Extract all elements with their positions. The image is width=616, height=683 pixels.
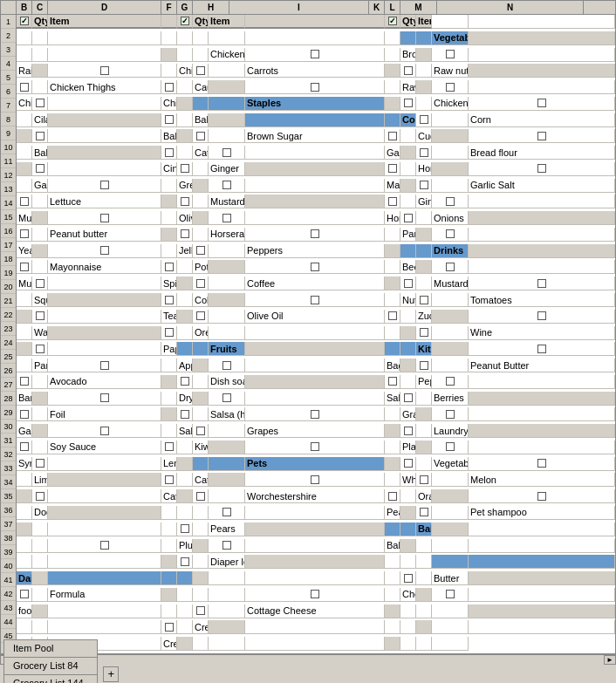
cb-l-r13[interactable]: [416, 179, 432, 193]
cb-l-r24[interactable]: [32, 342, 48, 356]
cb-g-r37[interactable]: [416, 506, 432, 520]
cb-l-r35[interactable]: [193, 489, 209, 503]
qty-c-r35[interactable]: [432, 473, 469, 487]
cb-b-r34[interactable]: [469, 457, 615, 471]
cb-b-r8[interactable]: [469, 97, 615, 111]
cb-g-r34[interactable]: [161, 473, 177, 487]
qty-c-r19[interactable]: [177, 260, 193, 274]
qty-h-r14[interactable]: [193, 195, 209, 208]
qty-m-r4[interactable]: [161, 64, 177, 78]
cb-l-r11[interactable]: [32, 162, 48, 176]
cb-l-r27[interactable]: [385, 375, 400, 389]
cb-g-r31[interactable]: [400, 424, 416, 438]
qty-c-r39[interactable]: [161, 539, 177, 553]
qty-h-r16[interactable]: [32, 228, 48, 242]
cb-l-r34[interactable]: [245, 473, 385, 487]
cb-b-r12[interactable]: [177, 162, 193, 176]
qty-m-r45[interactable]: [469, 620, 615, 634]
qty-c-r15[interactable]: [469, 195, 615, 208]
qty-h-r37[interactable]: [432, 506, 469, 520]
cb-l-r17[interactable]: [48, 244, 161, 258]
cb-g-r40[interactable]: [177, 555, 193, 569]
qty-m-r40[interactable]: [400, 555, 416, 569]
cb-g-r10[interactable]: [469, 129, 615, 143]
qty-m-r31[interactable]: [32, 441, 48, 454]
cb-g-r8[interactable]: [161, 113, 177, 127]
cb-b-r18[interactable]: [193, 244, 209, 258]
cb-l-r6[interactable]: [432, 80, 469, 94]
cb-l-r18[interactable]: [17, 260, 32, 274]
qty-m-r7[interactable]: [416, 97, 432, 111]
qty-m-r39[interactable]: [432, 539, 469, 553]
cb-l-r12[interactable]: [469, 162, 615, 176]
cb-b-r23[interactable]: [385, 310, 400, 324]
cb-b-r27[interactable]: [17, 375, 32, 389]
qty-c-r44[interactable]: [209, 604, 245, 618]
qty-h-r17[interactable]: [469, 228, 615, 242]
qty-m-r36[interactable]: [177, 506, 193, 520]
qty-c-r34[interactable]: [17, 473, 32, 487]
cb-b-r37[interactable]: [209, 506, 245, 520]
qty-m-r21[interactable]: [385, 293, 400, 307]
cb-l-r28[interactable]: [209, 392, 245, 406]
cb-b-r45[interactable]: [161, 620, 177, 634]
cb-b-r39[interactable]: [48, 539, 161, 553]
cb-l-r7[interactable]: [400, 97, 416, 111]
qty-m-r23[interactable]: [177, 326, 193, 340]
cb-b-r14[interactable]: [17, 195, 32, 208]
qty-h-r31[interactable]: [416, 424, 432, 438]
cb-l-r26[interactable]: [416, 359, 432, 372]
cb-g-r36[interactable]: [469, 489, 615, 503]
cb-l-r31[interactable]: [17, 441, 32, 454]
qty-m-r27[interactable]: [400, 375, 416, 389]
cb-g-r17[interactable]: [432, 228, 469, 242]
qty-m-r46[interactable]: [416, 637, 432, 651]
cb-b-r17[interactable]: [245, 228, 385, 242]
qty-c-r6[interactable]: [177, 80, 193, 94]
cb-l-r33[interactable]: [400, 457, 416, 471]
cb-b-r16[interactable]: [400, 211, 416, 225]
qty-m-r5[interactable]: [32, 80, 48, 94]
cb-l-r29[interactable]: [177, 407, 193, 421]
qty-h-r20[interactable]: [209, 277, 245, 290]
qty-m-r3[interactable]: [193, 48, 209, 62]
qty-c-r4[interactable]: [385, 48, 400, 62]
header-checkbox-3[interactable]: ✓: [385, 15, 400, 29]
qty-m-r10[interactable]: [177, 146, 193, 160]
qty-m-r34[interactable]: [385, 473, 400, 487]
cb-g-r14[interactable]: [177, 195, 193, 208]
qty-h-r44[interactable]: [416, 604, 432, 618]
qty-m-r20[interactable]: [416, 277, 432, 290]
qty-h-r9[interactable]: [48, 129, 161, 143]
qty-h-r12[interactable]: [400, 162, 416, 176]
add-tab-button[interactable]: +: [103, 666, 119, 682]
qty-h-r30[interactable]: [469, 407, 615, 421]
cb-b-r28[interactable]: [432, 375, 469, 389]
cb-b-r21[interactable]: [469, 277, 615, 290]
qty-h-r36[interactable]: [17, 506, 32, 520]
qty-c-r38[interactable]: [193, 522, 209, 536]
qty-c-r30[interactable]: [385, 407, 400, 421]
cb-g-r5[interactable]: [400, 64, 416, 78]
tab-2[interactable]: Grocery List 144: [3, 674, 98, 684]
qty-m-r41[interactable]: [245, 571, 385, 585]
cb-b-r32[interactable]: [161, 441, 177, 454]
qty-c-r18[interactable]: [209, 244, 245, 258]
qty-c-r7[interactable]: [48, 97, 161, 111]
qty-c-r24[interactable]: [245, 326, 385, 340]
cb-b-r42[interactable]: [400, 571, 416, 585]
cb-l-r21[interactable]: [245, 293, 385, 307]
qty-h-r3[interactable]: [32, 48, 48, 62]
qty-h-r28[interactable]: [161, 392, 177, 406]
qty-c-r32[interactable]: [177, 441, 193, 454]
header-checkbox-1[interactable]: ✓: [17, 15, 32, 29]
cb-b-r6[interactable]: [161, 80, 177, 94]
cb-b-r22[interactable]: [416, 293, 432, 307]
cb-g-r19[interactable]: [245, 260, 385, 274]
cb-b-r33[interactable]: [32, 457, 48, 471]
cb-b-r9[interactable]: [416, 113, 432, 127]
cb-g-r32[interactable]: [245, 441, 385, 454]
qty-h-r32[interactable]: [385, 441, 400, 454]
cb-g-r20[interactable]: [193, 277, 209, 290]
cb-g-r12[interactable]: [385, 162, 400, 176]
